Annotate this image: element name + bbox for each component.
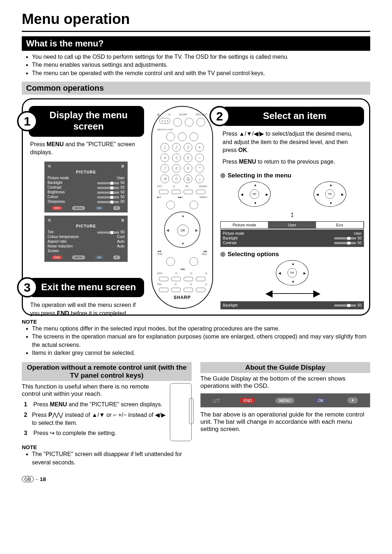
remote-button[interactable] xyxy=(171,277,181,281)
arrow-symbols: ▲/▼/◀/▶ xyxy=(239,131,264,137)
horizontal-arrows-icon: ◀────────▶ xyxy=(220,288,364,299)
remote-button[interactable]: ⊡ xyxy=(184,175,192,183)
osd-label: Backlight xyxy=(48,181,62,185)
remote-num-button[interactable]: 1 xyxy=(160,143,169,152)
remote-button[interactable]: ↺ xyxy=(160,175,169,183)
remote-label: I◀◀ xyxy=(180,268,184,271)
mini-remote: ▲ ▼ ◀ ▶ OK xyxy=(276,260,309,286)
osd-icon: ⟲ xyxy=(48,218,51,223)
page-number: 18 xyxy=(40,476,46,482)
remote-ok-button[interactable]: OK xyxy=(177,225,189,236)
menu-bar-example: Picture mode User Eco xyxy=(220,221,364,229)
remote-button[interactable] xyxy=(189,257,198,266)
arrow-left-icon: ◀ xyxy=(316,193,319,196)
remote-num-button[interactable]: 9 xyxy=(184,164,192,173)
arrow-symbols: ◀/▶ xyxy=(155,412,165,418)
remote-label: REC LIST xyxy=(196,113,207,116)
remote-num-button[interactable]: 6 xyxy=(184,153,192,162)
remote-button[interactable] xyxy=(184,277,193,281)
osd-label: Picture mode xyxy=(48,176,69,180)
remote-num-button[interactable]: 3 xyxy=(184,143,192,152)
guide-end-pill: END xyxy=(240,398,256,403)
osd-ok-pill: OK xyxy=(95,206,104,210)
arrow-left-icon: ◀ xyxy=(166,228,169,232)
remote-button[interactable] xyxy=(184,190,193,194)
osd-value: Auto xyxy=(117,239,124,243)
osd-end-pill: END xyxy=(52,255,62,259)
slider-icon xyxy=(97,192,119,194)
remote-button[interactable] xyxy=(189,132,198,141)
osd-icon: ⚙ xyxy=(121,164,124,169)
text: and the "PICTURE" screen displays. xyxy=(67,401,162,407)
input-icon: ↪ xyxy=(50,430,54,436)
remote-num-button[interactable]: 8 xyxy=(172,164,181,173)
osd-label: Aspect ratio xyxy=(48,239,67,243)
remote-button[interactable]: ⌄ xyxy=(195,175,204,183)
osd-ok-pill: OK xyxy=(95,255,104,259)
step-1-body: Press MENU and the "PICTURE" screen disp… xyxy=(28,137,144,159)
step-num: 1 xyxy=(24,401,30,409)
remote-button[interactable] xyxy=(196,190,205,194)
ok-keyword: OK xyxy=(238,147,247,153)
remote-button[interactable] xyxy=(171,190,181,194)
remote-button[interactable] xyxy=(185,118,193,127)
bullet-item: The screens in the operation manual are … xyxy=(32,333,370,349)
step-3-title: Exit the menu screen xyxy=(29,278,144,297)
osd-nav-pill: ✦ xyxy=(113,206,120,210)
step-1: 1 Display the menu screen Press MENU and… xyxy=(28,106,144,265)
remote-button[interactable] xyxy=(178,132,187,141)
operations-diagram: 1 Display the menu screen Press MENU and… xyxy=(22,98,370,316)
osd-value: 50 xyxy=(121,230,124,234)
remote-button[interactable] xyxy=(196,277,205,281)
guide-p1: The Guide Display at the bottom of the s… xyxy=(200,375,370,390)
osd-value: User xyxy=(117,176,124,180)
what-bullet-list: You need to call up the OSD to perform s… xyxy=(32,53,370,77)
remote-num-button[interactable]: 4 xyxy=(160,153,169,162)
remote-button[interactable] xyxy=(171,288,181,292)
note-list-2: The "PICTURE" screen will disappear if l… xyxy=(32,450,192,467)
remote-button[interactable] xyxy=(189,201,198,209)
text: Press xyxy=(33,430,50,436)
osd-label: Tint xyxy=(48,230,53,234)
remote-button[interactable]: + xyxy=(195,143,204,152)
panel-steps: 1Press MENU and the "PICTURE" screen dis… xyxy=(24,401,166,438)
remote-button[interactable] xyxy=(196,288,205,292)
region-badge: GB xyxy=(22,476,34,482)
remote-label: MEDIA PLAYER xyxy=(157,128,173,131)
remote-dpad[interactable]: ▲ ▼ ◀ ▶ OK xyxy=(164,212,200,248)
remote-num-button[interactable]: 0 xyxy=(172,175,181,183)
remote-button[interactable] xyxy=(173,118,182,127)
guide-p2: The bar above is an operational guide fo… xyxy=(200,411,370,433)
remote-button[interactable]: − xyxy=(195,153,204,162)
remote-num-button[interactable]: 7 xyxy=(160,164,169,173)
text: Press xyxy=(30,141,46,147)
osd-value: 50 xyxy=(121,181,124,185)
remote-button[interactable] xyxy=(166,257,175,266)
osd-label: Contrast xyxy=(223,241,237,245)
mini-remote: ▲ ▼ ◀ ▶ OK xyxy=(238,181,271,207)
step-2-body: Press ▲/▼/◀/▶ to select/adjust the desir… xyxy=(220,126,364,168)
ok-icon: OK xyxy=(287,268,297,278)
guide-nav-pill: ✦ xyxy=(347,397,358,403)
osd-title: PICTURE xyxy=(48,170,124,174)
remote-button[interactable] xyxy=(166,132,175,141)
remote-label: SLEEP xyxy=(179,113,187,116)
remote-button[interactable] xyxy=(196,118,205,127)
remote-button[interactable]: ⌃ xyxy=(195,164,204,173)
osd-value: 50 xyxy=(358,303,362,307)
selecting-options-title: Selecting options xyxy=(220,251,364,258)
step-3-body: The operation will exit the menu screen … xyxy=(28,297,144,320)
remote-num-button[interactable]: 2 xyxy=(172,143,181,152)
osd-value: 50 xyxy=(358,236,362,240)
remote-button[interactable] xyxy=(159,277,168,281)
osd-value: Auto xyxy=(117,244,124,248)
remote-button[interactable] xyxy=(159,288,168,292)
remote-button[interactable] xyxy=(184,288,193,292)
page-title: Menu operation xyxy=(22,11,370,27)
remote-num-button[interactable]: 5 xyxy=(172,153,181,162)
osd-value: 00 xyxy=(121,200,124,204)
remote-button[interactable] xyxy=(159,190,168,194)
text: before it is completed. xyxy=(69,310,128,316)
remote-button[interactable] xyxy=(166,201,175,209)
selecting-in-menu-title: Selecting in the menu xyxy=(220,172,364,179)
